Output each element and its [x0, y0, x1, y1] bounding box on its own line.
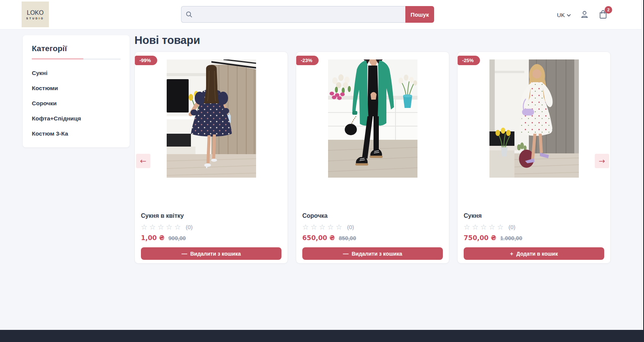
- carousel-next-button[interactable]: →: [595, 154, 609, 168]
- language-code: UK: [557, 12, 565, 18]
- cart-action-label: Видалити з кошика: [352, 251, 402, 257]
- rating-count: (0): [347, 224, 354, 230]
- price-row: 750,00 ₴ 1.000,00: [464, 234, 604, 242]
- rating-count: (0): [186, 224, 192, 230]
- cart-action-label: Видалити з кошика: [190, 251, 241, 257]
- minus-icon: —: [343, 251, 349, 256]
- cart-action-label: Додати в кошик: [516, 251, 558, 257]
- plus-icon: +: [510, 251, 513, 256]
- old-price: 850,00: [339, 235, 356, 241]
- price-row: 650,00 ₴ 850,00: [302, 234, 443, 242]
- old-price: 1.000,00: [500, 235, 522, 241]
- rating-row: ☆☆☆☆☆ (0): [141, 223, 281, 231]
- main-content: Нові товари -99%: [134, 34, 611, 264]
- footer: [0, 330, 644, 342]
- product-name[interactable]: Сукня в квітку: [141, 212, 281, 219]
- product-card: -99%: [134, 52, 288, 264]
- categories-divider: [32, 58, 120, 59]
- carousel-prev-button[interactable]: ←: [136, 154, 150, 168]
- product-image-wrap: [296, 52, 449, 212]
- sidebar-item-kostium-3ka[interactable]: Костюм 3-Ка: [32, 130, 120, 137]
- current-price: 1,00 ₴: [141, 234, 164, 242]
- new-products-carousel: -99%: [134, 52, 611, 264]
- rating-stars: ☆☆☆☆☆: [302, 223, 344, 231]
- search-bar: Пошук: [181, 6, 434, 23]
- remove-from-cart-button[interactable]: — Видалити з кошика: [141, 247, 281, 260]
- language-selector[interactable]: UK: [557, 11, 571, 18]
- arrow-right-icon: →: [599, 156, 605, 166]
- price-row: 1,00 ₴ 900,00: [141, 234, 281, 242]
- account-button[interactable]: [580, 10, 589, 20]
- discount-badge: -25%: [458, 56, 480, 65]
- rating-row: ☆☆☆☆☆ (0): [464, 223, 604, 231]
- logo[interactable]: LOKO STUDIO: [22, 2, 49, 27]
- search-input[interactable]: [181, 6, 405, 23]
- old-price: 900,00: [168, 235, 186, 241]
- user-icon: [580, 10, 589, 20]
- product-info: Сукня в квітку ☆☆☆☆☆ (0) 1,00 ₴ 900,00: [135, 212, 288, 242]
- product-card: -23%: [296, 52, 449, 264]
- search-button[interactable]: Пошук: [405, 6, 434, 23]
- product-name[interactable]: Сорочка: [302, 212, 443, 219]
- rating-row: ☆☆☆☆☆ (0): [302, 223, 443, 231]
- cart-count-badge: 2: [605, 6, 612, 14]
- categories-title: Категорії: [32, 44, 120, 53]
- sidebar-item-kofta-spidnytsia[interactable]: Кофта+Спідниця: [32, 115, 120, 122]
- product-image[interactable]: [328, 59, 417, 178]
- discount-badge: -23%: [296, 56, 319, 65]
- sidebar-item-sorochky[interactable]: Сорочки: [32, 100, 120, 107]
- header-controls: UK 2: [557, 0, 608, 30]
- product-image-wrap: [458, 52, 610, 212]
- sidebar-item-kostiumy[interactable]: Костюми: [32, 85, 120, 92]
- remove-from-cart-button[interactable]: — Видалити з кошика: [302, 247, 443, 260]
- logo-text-secondary: STUDIO: [26, 17, 44, 20]
- cart-button[interactable]: 2: [598, 9, 608, 20]
- search-icon: [185, 11, 193, 18]
- logo-text-primary: LOKO: [27, 9, 44, 16]
- rating-stars: ☆☆☆☆☆: [464, 223, 505, 231]
- current-price: 650,00 ₴: [302, 234, 335, 242]
- product-image[interactable]: [167, 59, 256, 178]
- product-image-wrap: [135, 52, 288, 212]
- categories-list: Сукні Костюми Сорочки Кофта+Спідниця Кос…: [32, 70, 120, 137]
- product-info: Сукня ☆☆☆☆☆ (0) 750,00 ₴ 1.000,00: [458, 212, 610, 242]
- rating-count: (0): [508, 224, 515, 230]
- add-to-cart-button[interactable]: + Додати в кошик: [464, 247, 604, 260]
- minus-icon: —: [181, 251, 187, 256]
- product-image[interactable]: [489, 59, 579, 178]
- arrow-left-icon: ←: [140, 156, 147, 166]
- product-info: Сорочка ☆☆☆☆☆ (0) 650,00 ₴ 850,00: [296, 212, 449, 242]
- header: LOKO STUDIO Пошук UK: [0, 0, 644, 30]
- rating-stars: ☆☆☆☆☆: [141, 223, 183, 231]
- chevron-down-icon: [567, 11, 571, 18]
- discount-badge: -99%: [135, 56, 157, 65]
- current-price: 750,00 ₴: [464, 234, 496, 242]
- product-name[interactable]: Сукня: [464, 212, 604, 219]
- categories-panel: Категорії Сукні Костюми Сорочки Кофта+Сп…: [23, 35, 130, 147]
- page-title: Нові товари: [134, 34, 611, 47]
- sidebar-item-sukni[interactable]: Сукні: [32, 70, 120, 77]
- product-card: -25%: [457, 52, 611, 264]
